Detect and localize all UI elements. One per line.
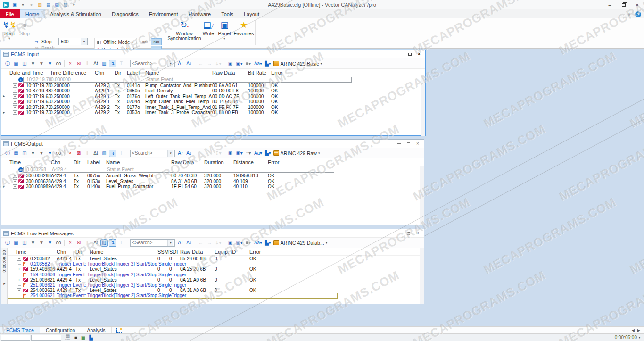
column-header-equip-id[interactable]: Equip. ID [215, 249, 249, 255]
expand-icon[interactable]: + [13, 105, 17, 109]
table-row[interactable]: +300.003989A429 4Tx0140oFuel_Pump_Contac… [1, 184, 419, 190]
column-header-distance[interactable]: Distance [233, 159, 268, 165]
search-forward-icon[interactable]: A↓ [185, 239, 193, 247]
column-header-error[interactable]: Error [249, 249, 278, 255]
info-toggle-icon[interactable]: ⓘ [4, 150, 11, 157]
expand-icon[interactable]: + [13, 179, 17, 183]
forward-icon[interactable]: → [206, 150, 213, 157]
search-backward-icon[interactable]: A↑ [177, 150, 184, 157]
back-icon[interactable]: ← [197, 60, 205, 67]
qat-dropdown-icon[interactable]: ▾ [20, 2, 26, 8]
goto-bottom-icon[interactable]: ↧▾ [214, 60, 222, 67]
expand-icon[interactable]: + [13, 100, 17, 104]
find-icon[interactable]: oo [55, 150, 62, 157]
scroll-mode-icon[interactable]: ↴ [109, 239, 116, 247]
minimize-icon[interactable] [394, 141, 404, 147]
column-header-label[interactable]: Label [127, 70, 145, 75]
fcms-low-fuel-title-bar[interactable]: FCMS-Low Fuel Messages × [1, 229, 424, 238]
offline-mode-button[interactable]: ◧ Offline Mode ▾ [95, 38, 136, 46]
close-icon[interactable]: × [414, 51, 424, 58]
fcms-output-title-bar[interactable]: FCMS-Output × [1, 140, 424, 148]
new-analysis-window-icon[interactable]: ▣ [226, 60, 234, 67]
search-backward-icon[interactable]: A↑ [177, 60, 184, 67]
minimize-icon[interactable] [396, 51, 405, 58]
tab-file[interactable]: File [0, 9, 20, 18]
status-event-row[interactable]: 10:32:19.78... 0.000000 Status Event [23, 77, 352, 83]
pause-icon[interactable]: ‖ [83, 60, 91, 67]
column-header-chn[interactable]: Chn [51, 159, 74, 165]
column-header-label[interactable]: Label [87, 159, 106, 165]
clear-on-start-icon[interactable]: ⊠ [75, 239, 83, 247]
filter-icon[interactable]: ▼ [29, 60, 37, 67]
expand-icon[interactable]: + [13, 94, 17, 99]
measurement-time[interactable]: 0:00:05:00 ▾ [611, 334, 644, 341]
column-header-chn[interactable]: Chn [95, 70, 115, 75]
find-icon[interactable]: oo [55, 239, 62, 247]
chevron-down-icon[interactable]: ▾ [81, 38, 87, 45]
table-row[interactable]: 0.203582Trigger Event: TriggerBlock[Trig… [8, 261, 419, 266]
expand-icon[interactable]: + [13, 174, 17, 178]
back-icon[interactable]: ← [197, 150, 205, 157]
column-header-time-difference[interactable]: Time Difference [50, 70, 95, 75]
help-icon[interactable]: ? [635, 11, 641, 17]
time-difference-icon[interactable]: Δt [92, 150, 99, 157]
restore-button[interactable] [617, 0, 630, 9]
table-row[interactable]: +300.003628A429 4Tx0153oLevel_States8A 3… [1, 179, 419, 184]
database-selector[interactable]: ARINC 429 Raw▾ [273, 150, 320, 156]
filter-icon[interactable]: ▼ [29, 150, 37, 157]
vertical-scrollbar[interactable] [421, 76, 425, 136]
column-layout-icon[interactable]: ▥ [100, 150, 108, 157]
desktop-tab-analysis[interactable]: Analysis [81, 327, 111, 334]
collapse-ribbon-icon[interactable]: ᴧ [628, 12, 630, 17]
analysis-filter-icon[interactable]: ▼ [46, 150, 54, 157]
panel-button[interactable]: ▣ Panel▾ [217, 20, 232, 42]
column-header-ssm[interactable]: SSM [157, 249, 169, 255]
search-input[interactable] [131, 240, 167, 245]
column-header-error[interactable]: Error [268, 159, 296, 165]
fixed-frame-icon[interactable]: T [117, 239, 125, 247]
column-header-sdi[interactable]: SDI [169, 249, 180, 255]
column-header-dir[interactable]: Dir [115, 70, 127, 75]
detail-view-icon[interactable]: ◫ [21, 60, 28, 67]
find-icon[interactable]: oo [55, 60, 62, 67]
forward-icon[interactable]: → [206, 60, 213, 67]
goto-bottom-icon[interactable]: ↧▾ [214, 239, 222, 247]
import-icon[interactable]: ▥ [62, 2, 68, 8]
window-options-icon[interactable]: ▣▾ [235, 239, 243, 247]
detail-view-icon[interactable]: ◫ [21, 150, 28, 157]
table-row[interactable]: +10:37:19.63...0.250000A429 1Tx0204oRigh… [1, 99, 421, 105]
color-options-icon[interactable]: ▙▾ [264, 239, 272, 247]
chevron-down-icon[interactable]: ▾ [167, 60, 173, 67]
column-header-time[interactable]: Time [15, 249, 57, 255]
analysis-filter-icon[interactable]: ▼ [46, 60, 54, 67]
record-icon[interactable]: ● [28, 2, 34, 8]
color-options-icon[interactable]: ▙▾ [264, 60, 272, 67]
table-row[interactable]: +10:37:19.73...0.250000A429 2Tx0177oInne… [1, 105, 421, 110]
analysis-filter-icon[interactable]: ▼ [46, 239, 54, 247]
table-row[interactable]: +254.003621A429 4TxLevel_States008A 31 A… [8, 288, 419, 293]
column-header-name[interactable]: Name [145, 70, 212, 75]
color-options-icon[interactable]: ▙▾ [264, 150, 272, 157]
search-forward-icon[interactable]: A↓ [185, 60, 193, 67]
info-toggle-icon[interactable]: ⓘ [4, 60, 11, 67]
display-mode-icon[interactable]: ≡▾ [245, 60, 252, 67]
window-synchronization-button[interactable]: ↻▪ Window Synchronization [170, 20, 199, 41]
font-size-icon[interactable]: Aa▾ [253, 150, 263, 157]
maximize-icon[interactable] [404, 230, 413, 237]
display-mode-icon[interactable]: ≡▾ [245, 150, 252, 157]
maximize-icon[interactable] [405, 51, 414, 58]
tab-scroll-right-icon[interactable]: ▶ [637, 328, 640, 333]
column-header-chn[interactable]: Chn [57, 249, 75, 255]
font-size-icon[interactable]: Aa▾ [253, 60, 263, 67]
table-row[interactable]: +159.403606A429 4TxLevel_States000A 25 2… [8, 266, 419, 272]
save-as-icon[interactable]: ▤ [54, 2, 60, 8]
column-header-duration[interactable]: Duration [204, 159, 233, 165]
table-row[interactable]: +251.003621A429 4TxLevel_States000A 21 A… [8, 277, 419, 283]
desktop-tab-configuration[interactable]: Configuration [40, 327, 81, 334]
column-header-name[interactable]: Name [90, 249, 157, 255]
tab-environment[interactable]: Environment [144, 9, 183, 18]
pause-icon[interactable]: ‖ [83, 150, 91, 157]
expand-icon[interactable]: + [13, 110, 17, 115]
step-count-combobox[interactable]: 500 ▾ [58, 38, 88, 45]
open-icon[interactable]: ▨ [37, 2, 43, 8]
